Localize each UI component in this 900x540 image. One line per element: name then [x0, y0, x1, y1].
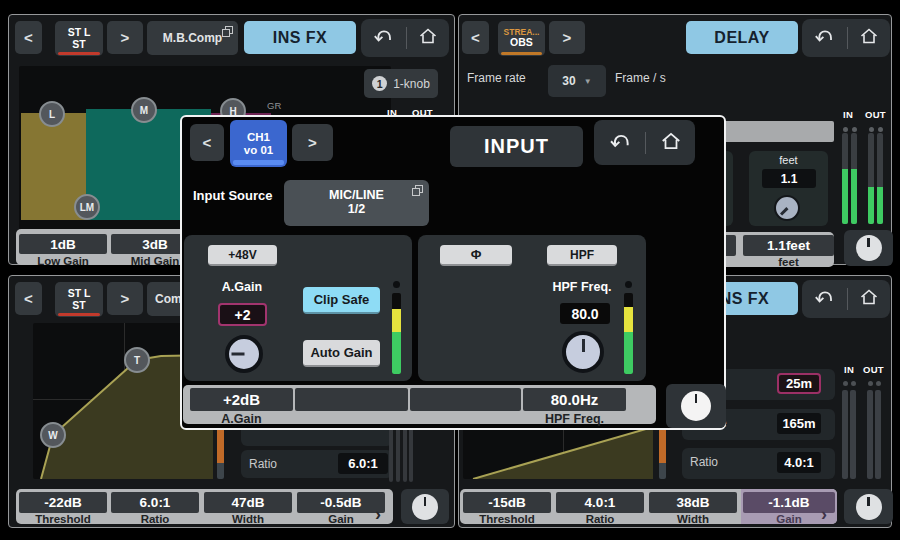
- chevron-right-icon[interactable]: ›: [375, 505, 381, 523]
- frame-rate-label: Frame rate: [467, 71, 537, 85]
- phantom-48v-button[interactable]: +48V: [208, 245, 277, 266]
- channel-select-button[interactable]: ST L ST: [55, 21, 103, 56]
- undo-icon[interactable]: [608, 129, 632, 157]
- plugin-name-label: M.B.Comp: [163, 31, 222, 45]
- delay-feet-box: feet 1.1: [749, 151, 828, 226]
- plugin-name-button[interactable]: M.B.Comp: [147, 21, 238, 55]
- channel-color-bar: [233, 160, 284, 165]
- home-icon[interactable]: [859, 287, 879, 311]
- touch-knob-box[interactable]: [666, 384, 726, 428]
- knob-icon: [856, 494, 882, 520]
- clip-safe-button[interactable]: Clip Safe: [303, 287, 380, 314]
- tab-delay[interactable]: DELAY: [686, 21, 798, 54]
- footer-value-3[interactable]: [410, 388, 521, 411]
- undo-icon[interactable]: [372, 25, 394, 51]
- prev-channel-button[interactable]: <: [15, 282, 42, 315]
- delay-knob[interactable]: [774, 195, 800, 221]
- channel-color-bar: [58, 313, 100, 317]
- again-knob[interactable]: [225, 335, 263, 373]
- auto-gain-button[interactable]: Auto Gain: [303, 340, 380, 367]
- touch-knob-box[interactable]: [844, 230, 893, 266]
- param-value-attack[interactable]: 25m: [777, 373, 821, 394]
- knob-icon: [412, 494, 438, 520]
- again-value[interactable]: +2: [218, 303, 267, 326]
- undo-icon[interactable]: [813, 286, 835, 312]
- footer-value-ratio[interactable]: 4.0:1: [556, 492, 644, 513]
- nav-box: [802, 19, 890, 57]
- channel-name: ST L: [68, 27, 91, 39]
- hpf-level-meter: [624, 293, 633, 374]
- footer-value-gain[interactable]: -0.5dB: [297, 492, 385, 513]
- frame-rate-unit: Frame / s: [615, 71, 687, 85]
- one-knob-icon: 1: [372, 76, 387, 91]
- meter-peak-dot: [843, 381, 848, 386]
- prev-channel-button[interactable]: <: [462, 21, 489, 54]
- home-icon[interactable]: [660, 130, 682, 156]
- footer-cell-gain-selected[interactable]: -1.1dB Gain ›: [741, 489, 837, 524]
- handle-mid[interactable]: M: [131, 97, 157, 123]
- handle-width[interactable]: W: [40, 422, 66, 448]
- footer-value-ratio[interactable]: 6.0:1: [111, 492, 199, 513]
- footer-value-2[interactable]: [295, 388, 408, 411]
- handle-low-mid[interactable]: LM: [74, 194, 100, 220]
- undo-icon[interactable]: [813, 25, 835, 51]
- param-value[interactable]: 6.0:1: [338, 453, 388, 474]
- footer-value-feet[interactable]: 1.1feet: [743, 235, 834, 256]
- analog-gain-section: +48V A.Gain +2 Clip Safe Auto Gain: [184, 235, 412, 381]
- hpf-button[interactable]: HPF: [547, 245, 617, 266]
- footer-value-threshold[interactable]: -15dB: [463, 492, 551, 513]
- footer-strip: -15dB Threshold 4.0:1 Ratio 38dB Width -…: [460, 489, 837, 524]
- channel-select-button[interactable]: CH1 vo 01: [230, 120, 287, 167]
- touch-knob-box[interactable]: [401, 489, 449, 524]
- in-meter-l: [842, 133, 848, 224]
- one-knob-button[interactable]: 1 1-knob: [364, 69, 438, 98]
- hpf-knob[interactable]: [562, 331, 604, 373]
- param-value-release[interactable]: 165m: [777, 413, 821, 434]
- gr-label: GR: [267, 100, 289, 111]
- channel-select-button[interactable]: ST L ST: [55, 282, 103, 317]
- input-source-button[interactable]: MIC/LINE 1/2: [284, 180, 429, 226]
- footer-label-width: Width: [649, 514, 737, 526]
- next-channel-button[interactable]: >: [292, 124, 333, 161]
- channel-name-2: ST: [72, 300, 85, 312]
- footer-label-feet: feet: [743, 257, 834, 269]
- handle-threshold[interactable]: T: [124, 347, 150, 373]
- next-channel-button[interactable]: >: [107, 21, 143, 54]
- nav-divider: [847, 27, 848, 49]
- footer-value-threshold[interactable]: -22dB: [19, 492, 107, 513]
- copy-icon: [222, 26, 233, 37]
- channel-select-button[interactable]: STREA... OBS: [498, 21, 545, 56]
- mixer-console-screen: < ST L ST > M.B.Comp INS FX L M H LM GR: [0, 0, 900, 540]
- out-meter-label: OUT: [863, 364, 884, 375]
- hpf-freq-value[interactable]: 80.0: [560, 303, 610, 324]
- chevron-right-icon[interactable]: ›: [821, 505, 827, 523]
- next-channel-button[interactable]: >: [107, 282, 143, 315]
- channel-name-2: vo 01: [244, 144, 273, 157]
- home-icon[interactable]: [418, 26, 438, 50]
- footer-value-low-gain[interactable]: 1dB: [19, 234, 107, 254]
- input-level-meter: [392, 293, 401, 374]
- phase-button[interactable]: Φ: [440, 245, 512, 266]
- feet-value[interactable]: 1.1: [762, 169, 816, 188]
- out-meter-l: [868, 133, 874, 224]
- footer-value-again[interactable]: +2dB: [190, 388, 293, 411]
- handle-low[interactable]: L: [39, 101, 65, 127]
- touch-knob-box[interactable]: [844, 489, 893, 524]
- meter-peak-dot: [625, 281, 632, 288]
- footer-value-width[interactable]: 47dB: [204, 492, 292, 513]
- footer-value-hpf[interactable]: 80.0Hz: [523, 388, 626, 411]
- frame-rate-dropdown[interactable]: 30 ▼: [548, 65, 606, 97]
- prev-channel-button[interactable]: <: [190, 124, 224, 161]
- meter-peak-dot: [876, 381, 881, 386]
- prev-channel-button[interactable]: <: [15, 21, 42, 54]
- footer-label-low-gain: Low Gain: [19, 256, 107, 268]
- footer-value-width[interactable]: 38dB: [649, 492, 737, 513]
- home-icon[interactable]: [859, 26, 879, 50]
- channel-name-2: OBS: [510, 37, 533, 49]
- tab-ins-fx[interactable]: INS FX: [244, 21, 356, 54]
- param-value-ratio[interactable]: 4.0:1: [777, 452, 821, 473]
- out-meter-r: [877, 133, 883, 224]
- meter-peak-dot: [851, 381, 856, 386]
- meter-peak-dot: [393, 281, 400, 288]
- next-channel-button[interactable]: >: [549, 21, 585, 54]
